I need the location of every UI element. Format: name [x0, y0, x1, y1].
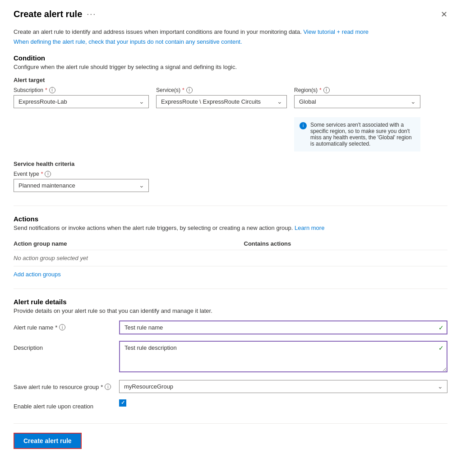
rule-name-input[interactable]: [119, 320, 447, 334]
description-textarea[interactable]: [119, 341, 447, 372]
regions-info-icon[interactable]: i: [323, 87, 330, 93]
resource-group-select[interactable]: myResourceGroup: [119, 380, 447, 393]
resource-group-label: Save alert rule to resource group * i: [14, 380, 113, 390]
no-action-row: No action group selected yet: [14, 250, 447, 266]
regions-select[interactable]: Global: [294, 95, 420, 108]
event-type-info-icon[interactable]: i: [45, 171, 51, 177]
description-label: Description: [14, 341, 113, 351]
action-group-name-col: Action group name: [14, 238, 244, 250]
alert-target-subtitle: Alert target: [14, 77, 447, 83]
rule-name-label: Alert rule name * i: [14, 320, 113, 331]
enable-checkbox-row: [119, 399, 447, 407]
action-group-table: Action group name Contains actions No ac…: [14, 238, 447, 266]
subscription-select-wrapper: ExpressRoute-Lab: [14, 95, 149, 108]
services-select[interactable]: ExpressRoute \ ExpressRoute Circuits: [156, 95, 287, 108]
service-health-subtitle: Service health criteria: [14, 160, 447, 167]
services-info-icon[interactable]: i: [186, 87, 193, 93]
enable-checkbox[interactable]: [119, 399, 126, 407]
condition-section-desc: Configure when the alert rule should tri…: [14, 64, 447, 70]
create-alert-rule-button[interactable]: Create alert rule: [14, 433, 82, 449]
intro-text: Create an alert rule to identify and add…: [14, 27, 447, 37]
subscription-select[interactable]: ExpressRoute-Lab: [14, 95, 149, 108]
rule-name-input-wrapper: ✓: [119, 320, 447, 334]
description-check-icon: ✓: [438, 344, 444, 352]
resource-group-info-icon[interactable]: i: [105, 384, 111, 390]
region-info-text: Some services aren't associated with a s…: [310, 122, 415, 147]
alert-rule-details-desc: Provide details on your alert rule so th…: [14, 307, 447, 314]
subscription-label: Subscription * i: [14, 87, 149, 93]
intro-main-text: Create an alert rule to identify and add…: [14, 28, 302, 35]
region-info-box: i Some services aren't associated with a…: [294, 117, 420, 151]
condition-section-title: Condition: [14, 54, 447, 62]
add-action-groups-link[interactable]: Add action groups: [14, 271, 61, 278]
regions-label: Region(s) * i: [294, 87, 420, 93]
actions-section-title: Actions: [14, 215, 447, 223]
panel-title: Create alert rule: [14, 9, 82, 19]
more-icon[interactable]: ···: [87, 9, 96, 19]
rule-name-check-icon: ✓: [438, 324, 444, 331]
rule-name-info-icon[interactable]: i: [59, 324, 65, 330]
close-button[interactable]: ✕: [441, 10, 447, 18]
services-select-wrapper: ExpressRoute \ ExpressRoute Circuits: [156, 95, 287, 108]
footer: Create alert rule: [14, 423, 447, 449]
resource-group-select-wrapper: myResourceGroup: [119, 380, 447, 393]
enable-label: Enable alert rule upon creation: [14, 399, 113, 410]
info-box-icon: i: [300, 122, 307, 129]
event-type-select[interactable]: Planned maintenance: [14, 179, 149, 192]
learn-more-link[interactable]: Learn more: [295, 224, 324, 231]
event-type-select-wrapper: Planned maintenance: [14, 179, 149, 192]
services-label: Service(s) * i: [156, 87, 287, 93]
event-type-label: Event type * i: [14, 171, 149, 177]
description-input-wrapper: ✓: [119, 341, 447, 374]
subscription-info-icon[interactable]: i: [49, 87, 55, 93]
view-tutorial-link[interactable]: View tutorial + read more: [303, 28, 369, 35]
regions-select-wrapper: Global: [294, 95, 420, 108]
contains-actions-col: Contains actions: [244, 238, 447, 250]
alert-rule-details-title: Alert rule details: [14, 298, 447, 306]
sensitive-text: When defining the alert rule, check that…: [14, 38, 242, 45]
no-action-text: No action group selected yet: [14, 250, 447, 266]
actions-section-desc: Send notifications or invoke actions whe…: [14, 224, 447, 231]
